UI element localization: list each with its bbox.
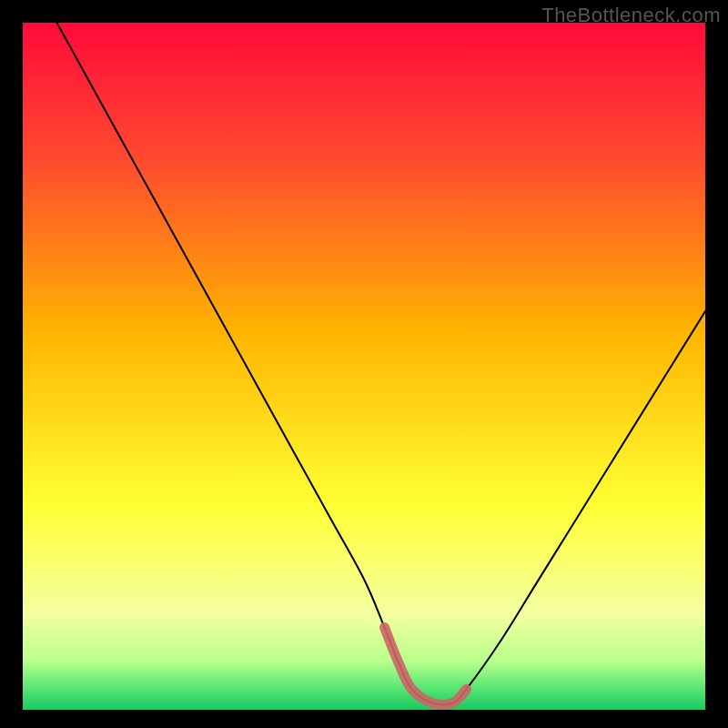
chart-frame: TheBottleneck.com	[0, 0, 728, 728]
watermark-text: TheBottleneck.com	[541, 4, 721, 27]
chart-background	[23, 23, 705, 710]
bottleneck-chart	[23, 23, 705, 710]
